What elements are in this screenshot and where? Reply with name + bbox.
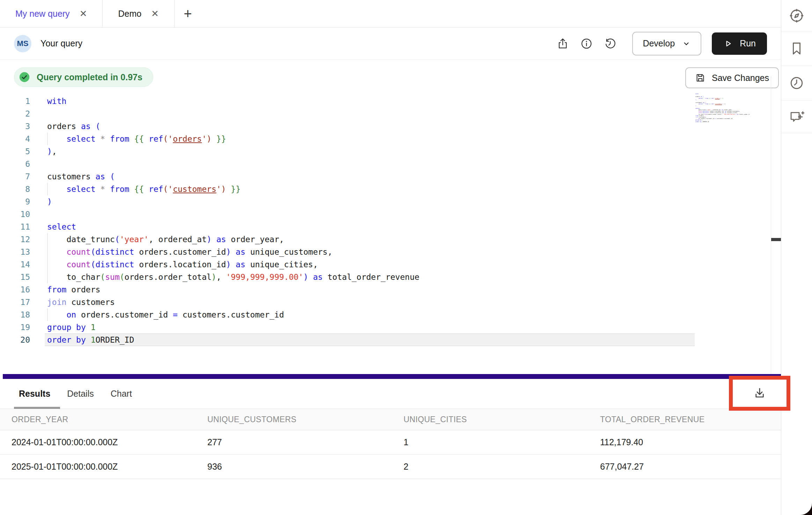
table-row[interactable]: 2024-01-01T00:00:00.000Z2771112,179.40 [0,430,781,455]
line-number: 17 [0,296,30,308]
code-text: from orders [47,283,100,296]
query-title: Your query [40,38,82,48]
code-line[interactable]: 12 date_trunc('year', ordered_at) as ord… [0,233,771,246]
table-cell: 2024-01-01T00:00:00.000Z [12,437,207,447]
line-number: 5 [0,145,30,158]
table-cell: 1 [404,437,600,447]
code-text: select * from {{ ref('customers') }} [47,183,241,195]
code-line[interactable]: 8 select * from {{ ref('customers') }} [0,183,771,195]
code-text: to_char(sum(orders.order_total), '999,99… [47,271,419,283]
code-text: orders as ( [47,120,100,133]
code-text: group by 1 [47,321,96,334]
tab-demo[interactable]: Demo ✕ [103,0,174,27]
column-header[interactable]: UNIQUE_CUSTOMERS [207,415,404,424]
line-number: 15 [0,271,30,283]
editor-scrollbar-thumb[interactable] [771,238,781,241]
code-text: on orders.customer_id = customers.custom… [47,308,284,321]
avatar: MS [14,35,31,52]
code-text: ) [47,195,52,208]
code-line[interactable]: 4 select * from {{ ref('orders') }} [0,133,771,145]
line-number: 14 [0,258,30,271]
results-tab-details[interactable]: Details [67,389,94,399]
line-number: 11 [0,221,30,233]
code-text: select [47,221,76,233]
current-line-highlight [45,334,695,346]
table-cell: 936 [207,462,404,472]
code-line[interactable]: 2 [0,107,771,120]
line-number: 2 [0,107,30,120]
code-line[interactable]: 10 [0,208,771,221]
code-line[interactable]: 6 [0,158,771,170]
share-icon[interactable] [555,36,571,52]
results-tab-results[interactable]: Results [19,389,50,399]
line-number: 7 [0,170,30,183]
tab-label: My new query [15,9,70,19]
save-changes-button[interactable]: Save Changes [685,67,779,88]
download-results-button[interactable] [753,387,766,400]
code-line[interactable]: 17join customers [0,296,771,308]
code-line[interactable]: 9) [0,195,771,208]
code-line[interactable]: 1with [0,95,771,107]
code-line[interactable]: 16from orders [0,283,771,296]
table-cell: 112,179.40 [600,437,781,447]
run-label: Run [740,38,756,48]
code-text: join customers [47,296,115,308]
code-line[interactable]: 3orders as ( [0,120,771,133]
line-number: 13 [0,246,30,258]
line-number: 16 [0,283,30,296]
code-line[interactable]: 14 count(distinct orders.location_id) as… [0,258,771,271]
code-line[interactable]: 19group by 1 [0,321,771,334]
code-line[interactable]: 20order by 1ORDER_ID [0,334,771,346]
table-cell: 2025-01-01T00:00:00.000Z [12,462,207,472]
table-row[interactable]: 2025-01-01T00:00:00.000Z9362677,047.27 [0,455,781,479]
develop-label: Develop [643,38,675,48]
table-cell: 277 [207,437,404,447]
line-number: 4 [0,133,30,145]
chat-sparkle-icon[interactable] [781,100,812,133]
tab-my-new-query[interactable]: My new query ✕ [0,0,103,27]
code-line[interactable]: 5), [0,145,771,158]
info-icon[interactable] [578,36,595,52]
pane-resize-divider[interactable] [3,374,781,379]
run-button[interactable]: Run [712,32,767,55]
new-tab-button[interactable]: + [175,0,201,27]
line-number: 8 [0,183,30,195]
minimap[interactable]: withorders as ( select * from {{ ref('or… [695,93,750,124]
check-circle-icon [19,71,30,83]
code-line[interactable]: 11select [0,221,771,233]
table-cell: 677,047.27 [600,462,781,472]
column-header[interactable]: TOTAL_ORDER_REVENUE [600,415,781,424]
line-number: 3 [0,120,30,133]
code-text: ), [47,145,57,158]
column-header[interactable]: UNIQUE_CITIES [404,415,600,424]
line-number: 12 [0,233,30,246]
code-text: count(distinct orders.customer_id) as un… [47,246,332,258]
annotation-highlight-box [729,376,790,411]
develop-button[interactable]: Develop [632,32,701,55]
play-icon [723,38,733,49]
code-line[interactable]: 18 on orders.customer_id = customers.cus… [0,308,771,321]
close-icon[interactable]: ✕ [151,9,159,18]
code-line[interactable]: 13 count(distinct orders.customer_id) as… [0,246,771,258]
chevron-down-icon [682,39,691,48]
code-line[interactable]: 7customers as ( [0,170,771,183]
column-header[interactable]: ORDER_YEAR [12,415,207,424]
close-icon[interactable]: ✕ [80,9,87,18]
code-text: with [47,95,66,107]
compass-icon[interactable] [781,0,812,31]
save-icon [695,73,706,83]
status-message: Query completed in 0.97s [37,72,142,82]
clock-icon[interactable] [781,66,812,100]
header-actions: Develop Run [547,32,767,55]
editor-scrollbar-track [771,76,771,374]
results-table-header: ORDER_YEARUNIQUE_CUSTOMERSUNIQUE_CITIEST… [0,409,781,430]
sql-editor[interactable]: 1with23orders as (4 select * from {{ ref… [0,95,771,346]
line-number: 19 [0,321,30,334]
history-icon[interactable] [602,36,618,52]
code-line[interactable]: 15 to_char(sum(orders.order_total), '999… [0,271,771,283]
line-number: 10 [0,208,30,221]
code-text: count(distinct orders.location_id) as un… [47,258,318,271]
bookmark-icon[interactable] [781,31,812,66]
results-tab-chart[interactable]: Chart [111,389,132,399]
code-text: customers as ( [47,170,115,183]
